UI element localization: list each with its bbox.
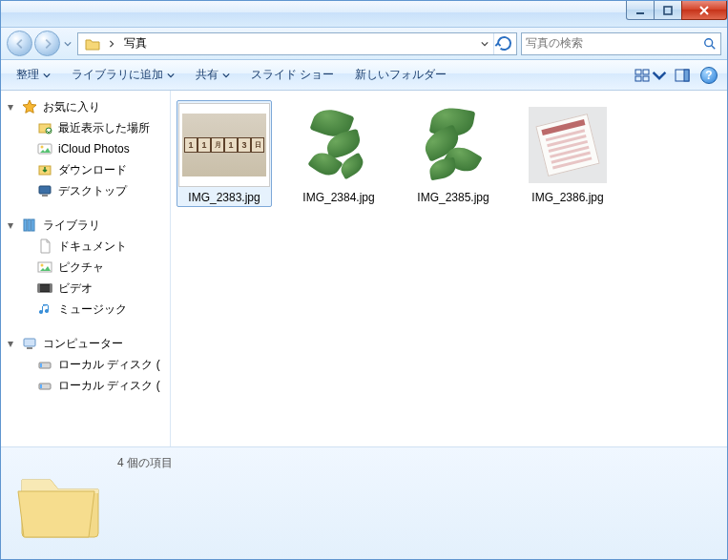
sidebar-item-downloads[interactable]: ダウンロード [1,159,170,180]
new-folder-button[interactable]: 新しいフォルダー [345,64,456,87]
sidebar-item-label: ピクチャ [58,259,104,276]
sidebar-item-label: デスクトップ [58,183,127,199]
forward-button[interactable] [34,31,60,56]
help-icon: ? [700,67,718,84]
path-dropdown[interactable] [478,33,491,54]
sidebar-item-label: 最近表示した場所 [58,120,150,136]
organize-menu[interactable]: 整理 [7,64,60,87]
computer-section: ▾ コンピューター ローカル ディスク ( ローカル ディスク ( [1,333,170,396]
svg-rect-14 [39,186,51,194]
svg-rect-8 [684,70,689,81]
nav-buttons [7,31,73,56]
file-list[interactable]: 11月13日 IMG_2383.jpg IMG_2384.jpg [171,91,727,446]
help-button[interactable]: ? [697,64,721,87]
add-to-library-menu[interactable]: ライブラリに追加 [62,64,184,87]
icloud-icon [37,141,52,156]
sidebar-item-music[interactable]: ミュージック [1,299,170,320]
sidebar-item-label: ローカル ディスク ( [58,378,160,394]
maximize-button[interactable] [654,1,682,20]
svg-rect-3 [635,70,641,74]
minimize-button[interactable] [626,1,655,20]
sidebar-item-label: ローカル ディスク ( [58,357,160,373]
file-name: IMG_2385.jpg [408,191,498,204]
svg-rect-25 [27,347,32,349]
window-titlebar [1,1,727,28]
download-icon [37,162,52,177]
pictures-icon [37,259,52,275]
desktop-icon [37,183,52,198]
refresh-button[interactable] [493,33,514,54]
search-icon [703,37,717,51]
sidebar-item-recent[interactable]: 最近表示した場所 [1,117,170,138]
view-options-button[interactable] [634,64,668,87]
recent-icon [37,120,52,135]
sidebar-item-documents[interactable]: ドキュメント [1,236,170,257]
share-menu[interactable]: 共有 [186,64,239,87]
new-folder-label: 新しいフォルダー [355,67,447,83]
svg-rect-23 [50,284,52,292]
svg-point-20 [41,264,44,267]
file-name: IMG_2383.jpg [179,191,269,204]
document-icon [37,239,52,254]
file-item[interactable]: 11月13日 IMG_2383.jpg [177,100,272,207]
file-name: IMG_2386.jpg [523,191,613,204]
sidebar-item-label: ミュージック [58,301,127,318]
svg-rect-29 [40,384,42,388]
computer-label: コンピューター [43,336,123,352]
favorites-header[interactable]: ▾ お気に入り [1,96,170,117]
share-label: 共有 [196,67,218,83]
add-to-library-label: ライブラリに追加 [72,67,163,83]
view-icon [634,68,650,83]
favorites-label: お気に入り [43,99,100,115]
libraries-section: ▾ ライブラリ ドキュメント ピクチャ ビデオ ミュージック [1,215,170,320]
sidebar-item-pictures[interactable]: ピクチャ [1,257,170,278]
details-pane: 4 個の項目 [1,446,727,559]
svg-rect-6 [643,76,649,81]
close-button[interactable] [681,1,727,20]
disk-icon [37,357,52,372]
sidebar-item-label: ビデオ [58,280,93,297]
libraries-label: ライブラリ [43,218,100,234]
nav-history-dropdown[interactable] [62,40,73,48]
search-placeholder: 写真の検索 [526,35,703,52]
chevron-down-icon: ▾ [5,218,16,232]
svg-rect-15 [42,195,48,197]
computer-icon [22,336,37,351]
sidebar-item-disk[interactable]: ローカル ディスク ( [1,375,170,396]
sidebar-item-videos[interactable]: ビデオ [1,278,170,299]
music-icon [37,301,52,317]
svg-rect-5 [635,76,641,81]
libraries-header[interactable]: ▾ ライブラリ [1,215,170,236]
chevron-down-icon: ▾ [5,100,16,114]
search-input[interactable]: 写真の検索 [521,32,721,55]
file-item[interactable]: IMG_2385.jpg [406,100,501,207]
organize-label: 整理 [16,67,39,83]
svg-rect-21 [38,284,52,292]
file-thumbnail [407,103,499,187]
slideshow-button[interactable]: スライド ショー [241,64,343,87]
sidebar-item-label: iCloud Photos [58,142,130,156]
sidebar-item-disk[interactable]: ローカル ディスク ( [1,354,170,375]
file-item[interactable]: IMG_2384.jpg [291,100,386,207]
file-item[interactable]: IMG_2386.jpg [520,100,615,207]
back-button[interactable] [7,31,32,56]
chevron-down-icon: ▾ [5,337,16,350]
disk-icon [37,378,52,393]
folder-large-icon [10,451,106,547]
chevron-right-icon[interactable] [105,33,118,54]
svg-point-12 [41,146,44,149]
folder-icon [84,35,101,52]
breadcrumb-location[interactable]: 写真 [118,35,153,52]
svg-rect-22 [38,284,40,292]
sidebar-item-label: ダウンロード [58,162,127,178]
favorites-section: ▾ お気に入り 最近表示した場所 iCloud Photos ダウンロード デ [1,96,170,201]
file-thumbnail: 11月13日 [178,103,270,187]
preview-pane-button[interactable] [670,64,695,87]
sidebar-item-icloud[interactable]: iCloud Photos [1,138,170,159]
sidebar-item-label: ドキュメント [58,239,127,255]
computer-header[interactable]: ▾ コンピューター [1,333,170,354]
breadcrumb[interactable]: 写真 [77,32,517,55]
command-bar: 整理 ライブラリに追加 共有 スライド ショー 新しいフォルダー ? [1,60,727,91]
svg-rect-0 [636,12,644,14]
sidebar-item-desktop[interactable]: デスクトップ [1,180,170,201]
